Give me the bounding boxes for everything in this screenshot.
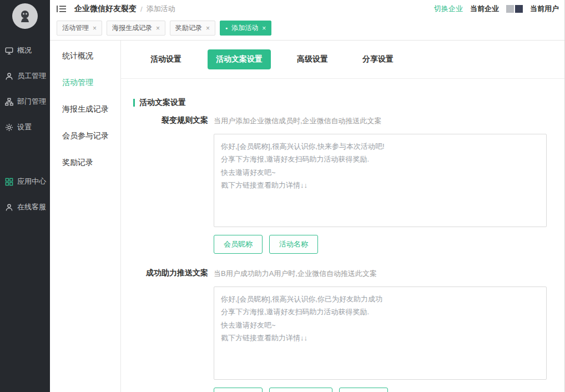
assist-success-textarea[interactable]: 你好,[会员昵称],很高兴认识你,你已为好友助力成功 分享下方海报,邀请好友扫码…	[214, 287, 547, 380]
field-content: 当用户添加企业微信成员时,企业微信自动推送此文案 你好,[会员昵称],很高兴认识…	[214, 114, 564, 254]
fission-rule-textarea[interactable]: 你好,[会员昵称],很高兴认识你,快来参与本次活动吧! 分享下方海报,邀请好友扫…	[214, 134, 547, 227]
tab-copywriting-settings[interactable]: 活动文案设置	[208, 49, 271, 69]
close-tab-icon[interactable]: ×	[262, 25, 266, 32]
content-area: 统计概况 活动管理 海报生成记录 会员参与记录 奖励记录 活动设置	[50, 41, 564, 392]
section-title-bar	[133, 99, 135, 107]
sidebar-spacer	[0, 140, 50, 169]
field-label: 裂变规则文案	[121, 114, 214, 254]
subnav-item-activity-management[interactable]: 活动管理	[50, 69, 120, 96]
department-icon	[5, 98, 13, 106]
sidebar-item-app-center[interactable]: 应用中心	[0, 169, 50, 194]
tab-add-activity[interactable]: ● 添加活动 ×	[220, 21, 271, 36]
close-tab-icon[interactable]: ×	[206, 25, 210, 32]
tab-share-settings[interactable]: 分享设置	[354, 49, 402, 69]
app-window: 概况 员工管理 部门管理 设置	[0, 0, 565, 392]
subnav-item-statistics[interactable]: 统计概况	[50, 43, 120, 69]
subnav-item-member-participation[interactable]: 会员参与记录	[50, 123, 120, 149]
tab-label: 海报生成记录	[112, 23, 152, 33]
subnav-label: 奖励记录	[62, 158, 93, 168]
open-tabs-bar: 活动管理 × 海报生成记录 × 奖励记录 × ● 添加活动 ×	[50, 18, 564, 41]
customer-service-icon	[5, 203, 13, 212]
switch-company-link[interactable]: 切换企业	[434, 4, 463, 14]
field-hint: 当B用户成功助力A用户时,企业微信自动推送此文案	[214, 267, 564, 279]
close-tab-icon[interactable]: ×	[93, 25, 97, 32]
company-avatar	[506, 5, 523, 13]
sidebar-item-overview[interactable]: 概况	[0, 38, 50, 63]
apps-grid-icon	[5, 178, 13, 186]
active-tab-dot-icon: ●	[225, 26, 228, 30]
collapse-menu-icon[interactable]	[57, 4, 68, 14]
sidebar-item-employee-management[interactable]: 员工管理	[0, 63, 50, 89]
insert-variable-buttons: 会员昵称 活动名称	[214, 235, 564, 254]
sidebar-item-label: 应用中心	[17, 177, 46, 187]
tab-advanced-settings[interactable]: 高级设置	[289, 49, 336, 69]
tab-label: 活动管理	[62, 23, 89, 33]
main-column: 企业微信好友裂变 / 添加活动 切换企业 当前企业 当前用户 活动管理 × 海报…	[50, 0, 564, 392]
breadcrumb-page-title: 添加活动	[147, 4, 175, 14]
subnav-label: 海报生成记录	[62, 104, 109, 114]
settings-tab-bar: 活动设置 活动文案设置 高级设置 分享设置	[121, 41, 564, 79]
tab-activity-management[interactable]: 活动管理 ×	[57, 21, 102, 36]
sidebar-item-online-service[interactable]: 在线客服	[0, 194, 50, 220]
assist-success-field: 成功助力推送文案 当B用户成功助力A用户时,企业微信自动推送此文案 你好,[会员…	[121, 267, 564, 392]
copywriting-form: 裂变规则文案 当用户添加企业微信成员时,企业微信自动推送此文案 你好,[会员昵称…	[121, 114, 564, 392]
secondary-sidebar: 统计概况 活动管理 海报生成记录 会员参与记录 奖励记录	[50, 41, 121, 392]
sidebar-item-label: 设置	[17, 122, 32, 132]
mascot-icon	[17, 8, 33, 24]
current-user-label: 当前用户	[530, 4, 559, 14]
company-avatar-part	[515, 5, 523, 13]
subnav-label: 会员参与记录	[62, 131, 109, 141]
sidebar-item-settings[interactable]: 设置	[0, 114, 50, 140]
field-hint: 当用户添加企业微信成员时,企业微信自动推送此文案	[214, 114, 564, 126]
section-title: 活动文案设置	[133, 98, 564, 108]
dashboard-icon	[5, 47, 13, 55]
section-title-text: 活动文案设置	[139, 98, 186, 108]
employee-icon	[5, 72, 13, 81]
tab-poster-records[interactable]: 海报生成记录 ×	[107, 21, 165, 36]
subnav-item-reward-records[interactable]: 奖励记录	[50, 149, 120, 176]
top-right-actions: 切换企业 当前企业 当前用户	[434, 4, 559, 14]
tab-label: 添加活动	[231, 23, 258, 33]
insert-activity-name-button[interactable]: 活动名称	[269, 235, 318, 254]
sidebar-item-label: 在线客服	[17, 202, 46, 212]
insert-member-nickname-button[interactable]: 会员昵称	[214, 388, 263, 392]
subnav-item-poster-records[interactable]: 海报生成记录	[50, 96, 120, 123]
field-content: 当B用户成功助力A用户时,企业微信自动推送此文案 你好,[会员昵称],很高兴认识…	[214, 267, 564, 392]
sidebar-item-department-management[interactable]: 部门管理	[0, 89, 50, 114]
insert-member-nickname-button[interactable]: 会员昵称	[214, 235, 263, 254]
sidebar-item-label: 员工管理	[17, 71, 46, 81]
insert-assist-member-nickname-button[interactable]: 助力会员昵称	[269, 388, 332, 392]
tab-activity-settings[interactable]: 活动设置	[142, 49, 190, 69]
field-label: 成功助力推送文案	[121, 267, 214, 392]
company-avatar-part	[506, 5, 514, 13]
gear-icon	[5, 123, 13, 132]
tab-label: 奖励记录	[175, 23, 202, 33]
insert-variable-buttons: 会员昵称 助力会员昵称 活动名称	[214, 388, 564, 392]
logo-container	[0, 0, 50, 38]
insert-activity-name-button[interactable]: 活动名称	[339, 388, 388, 392]
top-bar: 企业微信好友裂变 / 添加活动 切换企业 当前企业 当前用户	[50, 0, 564, 18]
sidebar-item-label: 部门管理	[17, 97, 46, 107]
breadcrumb-separator: /	[140, 5, 143, 13]
subnav-label: 活动管理	[62, 78, 93, 88]
primary-sidebar: 概况 员工管理 部门管理 设置	[0, 0, 50, 392]
main-panel: 活动设置 活动文案设置 高级设置 分享设置 活动文案设置 裂变规则文案 当用户添…	[121, 41, 564, 392]
fission-rule-field: 裂变规则文案 当用户添加企业微信成员时,企业微信自动推送此文案 你好,[会员昵称…	[121, 114, 564, 254]
subnav-label: 统计概况	[62, 51, 93, 61]
close-tab-icon[interactable]: ×	[156, 25, 160, 32]
current-company-label: 当前企业	[470, 4, 499, 14]
app-logo	[12, 3, 38, 29]
sidebar-item-label: 概况	[17, 46, 32, 56]
breadcrumb-app-title: 企业微信好友裂变	[74, 4, 137, 14]
tab-reward-records[interactable]: 奖励记录 ×	[170, 21, 215, 36]
